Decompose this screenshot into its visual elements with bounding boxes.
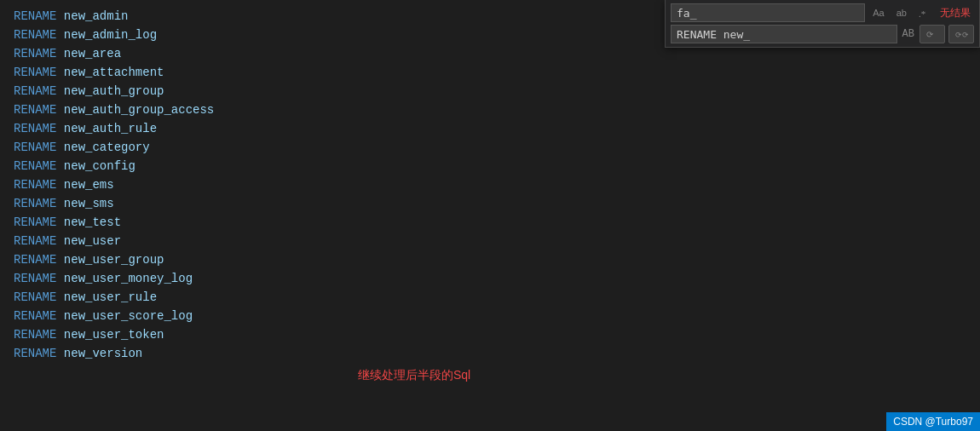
rename-keyword: RENAME <box>14 84 56 98</box>
table-name-value: new_test <box>64 216 121 229</box>
regex-button[interactable]: .* <box>914 3 933 22</box>
table-name-value: new_admin_log <box>64 28 157 42</box>
match-case-button[interactable]: Aa <box>868 3 888 22</box>
table-name-value: new_sms <box>64 197 114 210</box>
rename-keyword: RENAME <box>14 159 56 173</box>
replace-one-button[interactable]: ⟳ <box>919 25 945 43</box>
table-name-value: new_area <box>64 47 121 60</box>
table-name-value: new_user_token <box>64 328 164 342</box>
table-name-value: new_user_rule <box>64 290 157 304</box>
svg-text:⟳: ⟳ <box>926 30 934 39</box>
table-name-value: new_auth_group_access <box>64 103 214 117</box>
table-rename-line: RENAME new_user_money_log <box>0 269 980 288</box>
rename-keyword: RENAME <box>14 253 56 267</box>
table-rename-line: RENAME new_user_score_log <box>0 307 980 325</box>
table-name-value: new_version <box>64 347 142 360</box>
find-input[interactable] <box>671 3 865 22</box>
table-rename-line: RENAME new_user <box>0 232 980 250</box>
rename-keyword: RENAME <box>14 272 56 285</box>
status-bar: CSDN @Turbo97 <box>886 412 980 431</box>
table-name-value: new_category <box>64 141 150 154</box>
no-result-label: 无结果 <box>937 6 974 20</box>
replace-all-icon: ⟳⟳ <box>954 27 968 41</box>
table-rename-line: RENAME new_user_rule <box>0 288 980 307</box>
table-rename-line: RENAME new_ems <box>0 175 980 194</box>
find-replace-widget: Aa ab .* 无结果 AB ⟳ ⟳⟳ <box>665 0 980 48</box>
svg-text:⟳⟳: ⟳⟳ <box>955 31 968 39</box>
rename-keyword: RENAME <box>14 234 56 248</box>
table-rename-line: RENAME new_version <box>0 344 980 363</box>
table-rename-line: RENAME new_config <box>0 157 980 175</box>
replace-input[interactable] <box>671 25 897 43</box>
table-rename-line: RENAME new_user_token <box>0 325 980 344</box>
svg-text:.*: .* <box>919 9 925 18</box>
table-rename-line: RENAME new_test <box>0 213 980 232</box>
rename-keyword: RENAME <box>14 9 56 23</box>
replace-label: AB <box>901 28 916 40</box>
rename-keyword: RENAME <box>14 103 56 117</box>
rename-keyword: RENAME <box>14 290 56 304</box>
status-bar-text: CSDN @Turbo97 <box>893 416 973 428</box>
rename-keyword: RENAME <box>14 309 56 323</box>
table-rename-line: RENAME new_sms <box>0 194 980 213</box>
table-name-value: new_admin <box>64 9 129 23</box>
replace-all-button[interactable]: ⟳⟳ <box>948 25 974 43</box>
rename-keyword: RENAME <box>14 328 56 342</box>
table-name-value: new_auth_group <box>64 84 164 98</box>
editor-area: Aa ab .* 无结果 AB ⟳ ⟳⟳ ⌄ <box>0 0 980 431</box>
replace-row: AB ⟳ ⟳⟳ <box>671 25 974 43</box>
rename-keyword: RENAME <box>14 197 56 210</box>
table-name-value: new_user <box>64 234 121 248</box>
find-row: Aa ab .* 无结果 <box>671 3 974 22</box>
rename-keyword: RENAME <box>14 178 56 192</box>
table-name-value: new_user_score_log <box>64 309 193 323</box>
table-name-value: new_user_group <box>64 253 164 267</box>
table-rename-line: RENAME new_auth_group_access <box>0 101 980 119</box>
table-name-value: new_auth_rule <box>64 122 157 135</box>
rename-keyword: RENAME <box>14 47 56 60</box>
table-rename-line: RENAME new_user_group <box>0 250 980 269</box>
table-rename-line: RENAME new_attachment <box>0 63 980 82</box>
whole-word-button[interactable]: ab <box>892 3 911 22</box>
rename-keyword: RENAME <box>14 66 56 79</box>
table-rename-line: RENAME new_auth_rule <box>0 119 980 138</box>
rename-keyword: RENAME <box>14 141 56 154</box>
table-name-value: new_user_money_log <box>64 272 193 285</box>
rename-keyword: RENAME <box>14 347 56 360</box>
table-name-value: new_ems <box>64 178 114 192</box>
replace-one-icon: ⟳ <box>925 27 939 41</box>
table-rename-line: RENAME new_category <box>0 138 980 157</box>
chinese-annotation: 继续处理后半段的Sql <box>358 368 470 383</box>
regex-icon: .* <box>919 8 929 18</box>
rename-keyword: RENAME <box>14 216 56 229</box>
rename-keyword: RENAME <box>14 122 56 135</box>
rename-keyword: RENAME <box>14 28 56 42</box>
table-name-value: new_attachment <box>64 66 164 79</box>
table-name-value: new_config <box>64 159 135 173</box>
code-lines: RENAME new_adminRENAME new_admin_logRENA… <box>0 7 980 363</box>
table-rename-line: RENAME new_auth_group <box>0 82 980 101</box>
